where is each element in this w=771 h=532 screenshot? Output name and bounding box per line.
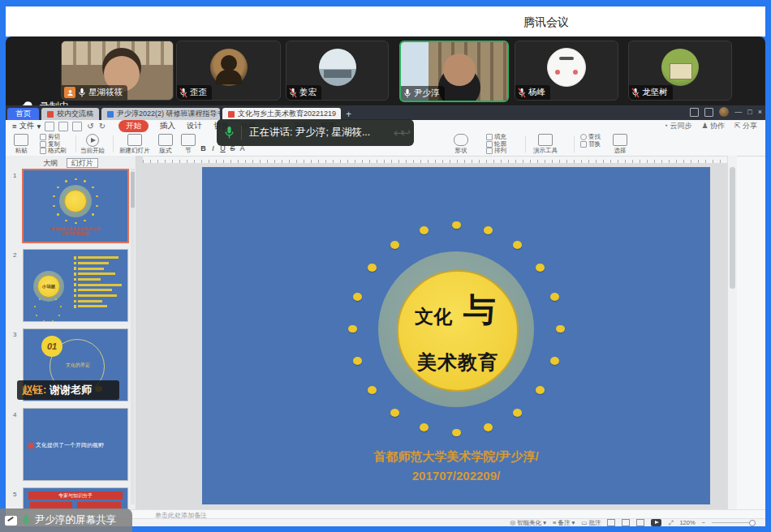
participant-name: 星湖筱筱 <box>88 87 123 98</box>
thumb2-circle-label: 小话题 <box>42 284 56 290</box>
thumb4-caption: 文化提供了一个开阔的视野 <box>28 441 104 449</box>
section-button[interactable]: 节 <box>181 134 196 155</box>
mic-muted-icon <box>518 88 526 98</box>
layout-switch-icon[interactable] <box>690 108 699 117</box>
current-slide[interactable]: 文化 与 美术教育 首都师范大学美术学院/尹少淳/ 201707/202209/ <box>202 167 710 504</box>
panel-scrollbar[interactable] <box>131 169 135 504</box>
normal-view-icon[interactable] <box>607 519 615 526</box>
new-tab-button[interactable]: + <box>346 109 351 120</box>
format-painter-button[interactable]: 格式刷 <box>40 148 67 155</box>
thumb5-header: 专家与知识分子 <box>28 491 123 500</box>
wps-window: 首页 校内交流稿 尹少淳2022(2) 研修班课程指导专题 文化与乡土美术教育2… <box>6 105 765 526</box>
slide-title-part3: 美术教育 <box>398 350 517 375</box>
meeting-title: 腾讯会议 <box>523 15 569 30</box>
ppt-file-icon <box>47 111 54 118</box>
canvas-scrollbar[interactable] <box>727 156 737 509</box>
mic-on-icon <box>403 88 411 99</box>
sorter-view-icon[interactable] <box>622 519 630 526</box>
slide-number: 3 <box>13 331 16 338</box>
print-icon[interactable] <box>72 122 82 131</box>
doc-tab-active[interactable]: 文化与乡土美术教育20221219 <box>222 108 341 120</box>
doc-tab[interactable]: 尹少淳2022(2) 研修班课程指导专题 <box>101 108 220 120</box>
thumb2-bullet-list <box>74 256 123 311</box>
speaking-banner[interactable]: 正在讲话: 尹少淳; 星湖筱... ↩↩ <box>217 119 414 146</box>
shapes-button[interactable]: 形状 <box>454 134 468 155</box>
paste-button[interactable]: 粘贴 <box>14 134 28 155</box>
quick-actions: ◔ 云同步 ♟ 协作 ⇱ 分享 <box>663 121 757 131</box>
doc-tab[interactable]: 校内交流稿 <box>41 108 99 120</box>
tab-slides[interactable]: 幻灯片 <box>67 158 98 168</box>
participant-tile[interactable]: 姜宏 <box>286 41 389 101</box>
ribbon-tab-insert[interactable]: 插入 <box>160 121 175 131</box>
participant-tile[interactable]: 杨峰 <box>515 41 618 101</box>
cartoon-face-avatar <box>547 48 586 87</box>
maximize-button[interactable]: □ <box>747 108 752 116</box>
arrange-button[interactable]: 排列 <box>486 148 506 155</box>
horizontal-ruler <box>143 157 730 163</box>
save-icon[interactable] <box>45 122 54 131</box>
chat-message: 赵钰: 谢谢老师 <box>17 380 119 400</box>
skin-icon[interactable] <box>704 108 713 117</box>
new-slide-button[interactable]: 新建幻灯片 <box>119 134 150 155</box>
collaborate-button[interactable]: ♟ 协作 <box>701 121 725 131</box>
ribbon-tab-start[interactable]: 开始 <box>118 120 149 132</box>
ribbon-tab-design[interactable]: 设计 <box>187 121 202 131</box>
close-button[interactable]: × <box>758 108 762 116</box>
participant-tile-speaking[interactable]: 尹少淳 <box>399 41 509 102</box>
undo-icon[interactable]: ↺ <box>87 122 93 131</box>
cloud-sync-button[interactable]: ◔ 云同步 <box>663 121 691 131</box>
participant-name: 龙坚树 <box>642 87 668 98</box>
reply-arrows-icon[interactable]: ↩↩ <box>394 126 407 140</box>
slide-thumbnail-1[interactable]: 首都师范大学美术学院/尹少淳/201707/202209/ <box>24 170 127 242</box>
output-icon[interactable] <box>58 122 68 131</box>
zoom-level[interactable]: 120% <box>679 519 695 526</box>
title-circle: 文化 与 美术教育 <box>397 270 519 392</box>
comments-toggle[interactable]: ▭ 批注 <box>581 519 601 527</box>
notes-toggle[interactable]: ≡ 备注 ▾ <box>553 519 575 527</box>
tab-outline[interactable]: 大纲 <box>43 159 58 167</box>
participant-tile[interactable]: 龙坚树 <box>628 41 732 101</box>
meeting-titlebar: 腾讯会议 <box>6 6 765 36</box>
slide-thumbnail-4[interactable]: 文化提供了一个开阔的视野 <box>24 409 127 480</box>
participant-name: 尹少淳 <box>414 88 440 99</box>
italic-button[interactable]: I <box>209 144 218 152</box>
slide-thumbnail-5[interactable]: 专家与知识分子 <box>24 488 127 508</box>
replace-button[interactable]: 替换 <box>580 141 601 148</box>
reading-view-icon[interactable] <box>636 519 644 526</box>
chat-text: 谢谢老师 <box>50 383 92 397</box>
select-button[interactable]: 选择 <box>613 134 627 155</box>
file-menu[interactable]: ≡ 文件 ▾ <box>12 121 41 131</box>
participant-namebar: 星湖筱筱 <box>62 85 127 100</box>
bold-button[interactable]: B <box>199 144 208 152</box>
editor-canvas: 文化 与 美术教育 首都师范大学美术学院/尹少淳/ 201707/202209/ <box>136 156 737 509</box>
layout-button[interactable]: 版式 <box>158 134 173 155</box>
slide-title-part1: 文化 <box>415 304 452 329</box>
slideshow-play-button[interactable] <box>651 519 661 526</box>
zoom-out-button[interactable]: − <box>702 519 705 526</box>
account-avatar[interactable] <box>719 107 729 117</box>
scatter-dots <box>25 300 71 318</box>
participant-tile[interactable]: 歪歪 <box>176 41 281 101</box>
presentation-tools-button[interactable]: 演示工具 <box>533 134 558 155</box>
smart-beautify-button[interactable]: ◎ 智能美化 ▾ <box>510 519 546 527</box>
screen-share-banner[interactable]: 尹少淳的屏幕共享 <box>0 508 132 532</box>
mic-on-icon <box>78 88 86 98</box>
slide-thumbnail-2[interactable]: 小话题 <box>24 250 127 321</box>
slide-credit-line1: 首都师范大学美术学院/尹少淳/ <box>202 449 710 465</box>
minimize-button[interactable]: — <box>734 108 742 116</box>
slide-credit-line2: 201707/202209/ <box>202 469 710 483</box>
zoom-slider[interactable] <box>712 522 754 523</box>
chat-sender: 赵钰: <box>22 383 46 397</box>
mic-muted-icon <box>631 88 640 98</box>
slide-title-part2: 与 <box>463 288 496 332</box>
wps-home-tab[interactable]: 首页 <box>7 108 39 120</box>
screen-share-icon <box>5 516 17 526</box>
fit-icon[interactable]: ⤢ <box>668 519 673 527</box>
wps-tabbar: 首页 校内交流稿 尹少淳2022(2) 研修班课程指导专题 文化与乡土美术教育2… <box>6 105 765 120</box>
redo-icon[interactable]: ↻ <box>99 122 106 131</box>
participant-tile[interactable]: 星湖筱筱 <box>61 41 174 101</box>
share-button[interactable]: ⇱ 分享 <box>734 121 757 131</box>
thumb-credit: 首都师范大学美术学院/尹少淳/201707/202209/ <box>24 227 127 236</box>
mic-active-icon <box>224 126 235 139</box>
play-from-current-button[interactable]: 当前开始 <box>80 134 105 155</box>
